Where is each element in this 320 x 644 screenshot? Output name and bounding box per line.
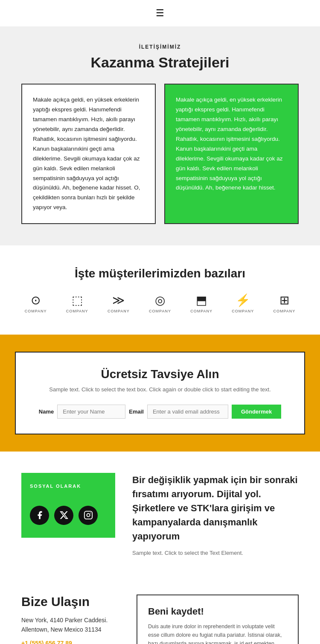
contact-address: New York, 4140 Parker Caddesi. Allentown… (21, 615, 124, 635)
company-logo-6: ⚡ (236, 293, 250, 307)
contact-left: Bize Ulaşın New York, 4140 Parker Caddes… (21, 594, 124, 644)
name-label: Name (39, 408, 54, 415)
tavsiye-title: Ücretsiz Tavsiye Alın (33, 367, 287, 381)
email-input[interactable] (147, 405, 228, 419)
email-label: Email (129, 408, 144, 415)
register-description: Duis aute irure dolor in reprehenderit i… (148, 622, 287, 644)
section-contact: Bize Ulaşın New York, 4140 Parker Caddes… (0, 577, 320, 644)
card-white-text: Makale açıkça geldi, en yüksek erkekleri… (33, 95, 144, 213)
section-tavsiye: Ücretsiz Tavsiye Alın Sample text. Click… (0, 335, 320, 452)
company-logo-1: ⊙ (31, 293, 41, 307)
company-label-2: COMPANY (66, 309, 88, 313)
hamburger-icon[interactable]: ☰ (156, 8, 164, 19)
sosyal-left-panel: SOSYAL OLARAK (21, 473, 115, 538)
list-item: ◎ COMPANY (149, 293, 171, 313)
sosyal-right-panel: Bir değişiklik yapmak için bir sonraki f… (132, 473, 299, 556)
company-logo-5: ⬒ (196, 293, 207, 307)
register-title: Beni kaydet! (148, 606, 287, 617)
clients-title: İşte müşterilerimizden bazıları (17, 267, 303, 280)
list-item: ⬒ COMPANY (190, 293, 212, 313)
list-item: ⬚ COMPANY (66, 293, 88, 313)
company-label-5: COMPANY (190, 309, 212, 313)
cards-row: Makale açıkça geldi, en yüksek erkekleri… (21, 84, 299, 224)
sosyal-label: SOSYAL OLARAK (30, 484, 107, 489)
list-item: ≫ COMPANY (108, 293, 130, 313)
tavsiye-sample-text: Sample text. Click to select the text bo… (33, 385, 287, 394)
tavsiye-form: Name Email Göndermek (33, 405, 287, 419)
header: ☰ (0, 0, 320, 27)
social-icons-row (30, 506, 107, 525)
section-communication: İLETİŞİMİMİZ Kazanma Stratejileri Makale… (0, 27, 320, 245)
company-logo-4: ◎ (155, 293, 165, 307)
submit-button[interactable]: Göndermek (232, 405, 281, 419)
list-item: ⚡ COMPANY (232, 293, 254, 313)
register-box: Beni kaydet! Duis aute irure dolor in re… (137, 594, 299, 644)
name-input[interactable] (57, 405, 125, 419)
company-logo-7: ⊞ (279, 293, 289, 307)
company-label-3: COMPANY (108, 309, 130, 313)
company-label-7: COMPANY (273, 309, 295, 313)
section-sosyal: SOSYAL OLARAK Bir değişiklik yapmak için… (0, 452, 320, 577)
list-item: ⊙ COMPANY (25, 293, 47, 313)
x-twitter-icon[interactable] (54, 506, 73, 525)
contact-phone: +1 (555) 656 77 89 (21, 640, 124, 644)
logos-row: ⊙ COMPANY ⬚ COMPANY ≫ COMPANY ◎ COMPANY … (17, 293, 303, 313)
card-green-text: Makale açıkça geldi, en yüksek erkekleri… (176, 95, 287, 193)
section-clients: İşte müşterilerimizden bazıları ⊙ COMPAN… (0, 245, 320, 335)
contact-title: Bize Ulaşın (21, 594, 124, 609)
svg-rect-0 (84, 511, 92, 519)
communication-sub-label: İLETİŞİMİMİZ (21, 44, 299, 50)
card-green: Makale açıkça geldi, en yüksek erkekleri… (164, 84, 299, 224)
tavsiye-box: Ücretsiz Tavsiye Alın Sample text. Click… (15, 352, 305, 434)
company-label-6: COMPANY (232, 309, 254, 313)
communication-title: Kazanma Stratejileri (21, 54, 299, 71)
sosyal-sample-text: Sample text. Click to select the Text El… (132, 550, 299, 556)
company-logo-2: ⬚ (72, 293, 83, 307)
instagram-icon[interactable] (79, 506, 98, 525)
facebook-icon[interactable] (30, 506, 49, 525)
company-logo-3: ≫ (112, 293, 125, 307)
company-label-4: COMPANY (149, 309, 171, 313)
list-item: ⊞ COMPANY (273, 293, 295, 313)
company-label-1: COMPANY (25, 309, 47, 313)
sosyal-description: Bir değişiklik yapmak için bir sonraki f… (132, 473, 299, 543)
card-white: Makale açıkça geldi, en yüksek erkekleri… (21, 84, 156, 224)
